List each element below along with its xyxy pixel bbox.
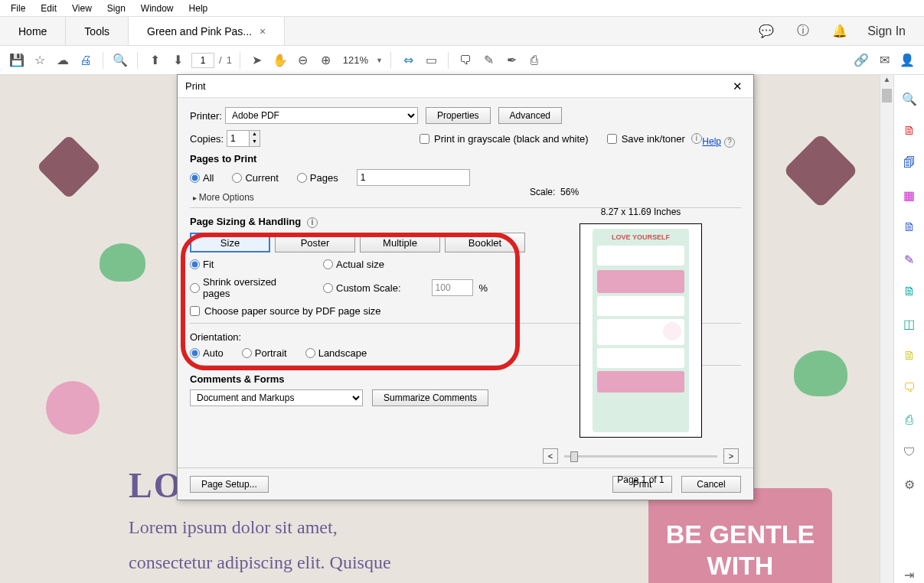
fill-sign-icon[interactable]: ✎ xyxy=(901,251,918,268)
select-icon[interactable]: ➤ xyxy=(248,51,266,70)
pages-range-input[interactable] xyxy=(357,169,470,186)
menu-help[interactable]: Help xyxy=(181,2,216,15)
organize-icon[interactable]: 🗎 xyxy=(901,219,918,236)
tab-document[interactable]: Green and Pink Pas... × xyxy=(129,17,285,45)
scale-value: 56% xyxy=(560,187,579,197)
printer-label: Printer: xyxy=(190,110,222,122)
portrait-radio[interactable] xyxy=(242,348,252,358)
person-icon[interactable]: 👤 xyxy=(898,51,916,70)
comment-tool-icon[interactable]: 🗨 xyxy=(901,379,918,396)
message-icon[interactable]: 💬 xyxy=(757,22,775,41)
help-icon[interactable]: ⓘ xyxy=(794,22,812,41)
link-icon[interactable]: 🔗 xyxy=(852,51,870,70)
page-total-label: 1 xyxy=(227,54,232,66)
page-sep-label: / xyxy=(219,54,222,66)
more-tools-icon[interactable]: ⚙ xyxy=(901,476,918,493)
saveink-checkbox[interactable] xyxy=(607,134,617,144)
document-callout: BE GENTLE WITH xyxy=(648,488,832,583)
menu-bar: File Edit View Sign Window Help xyxy=(0,0,924,17)
zoom-level-label[interactable]: 121% xyxy=(343,54,368,66)
comment-icon[interactable]: 🗨 xyxy=(456,51,475,70)
menu-sign[interactable]: Sign xyxy=(100,2,133,15)
mail-icon[interactable]: ✉ xyxy=(875,51,893,70)
print-preview-pane: Scale: 56% 8.27 x 11.69 Inches LOVE YOUR… xyxy=(530,187,752,425)
cloud-icon[interactable]: ☁ xyxy=(54,51,72,70)
hand-icon[interactable]: ✋ xyxy=(271,51,289,70)
poster-mode-button[interactable]: Poster xyxy=(275,233,355,252)
actual-radio[interactable] xyxy=(323,259,333,269)
comments-forms-select[interactable]: Document and Markups xyxy=(190,389,363,406)
stamp-icon[interactable]: ⎙ xyxy=(525,51,544,70)
redact-icon[interactable]: 🗎 xyxy=(901,347,918,364)
landscape-radio[interactable] xyxy=(305,348,315,358)
preview-slider[interactable] xyxy=(564,455,717,458)
sizing-title: Page Sizing & Handling xyxy=(190,216,301,227)
sizing-info-icon[interactable]: i xyxy=(307,217,318,228)
print-icon[interactable]: 🖨 xyxy=(77,51,95,70)
auto-radio[interactable] xyxy=(190,348,200,358)
choose-paper-checkbox[interactable] xyxy=(190,306,200,316)
tab-home[interactable]: Home xyxy=(0,17,66,45)
custom-radio[interactable] xyxy=(323,283,333,293)
printer-select[interactable]: Adobe PDF xyxy=(225,107,418,124)
collapse-sidebar-icon[interactable]: ⇥ xyxy=(901,566,918,583)
export-pdf-icon[interactable]: ▦ xyxy=(901,187,918,204)
multiple-mode-button[interactable]: Multiple xyxy=(360,233,440,252)
help-link[interactable]: Help? xyxy=(702,136,735,148)
saveink-info-icon[interactable]: i xyxy=(691,133,702,144)
size-mode-button[interactable]: Size xyxy=(190,233,270,252)
page-up-icon[interactable]: ⬆ xyxy=(145,51,164,70)
copies-stepper[interactable]: ▲▼ xyxy=(227,130,260,147)
fit-width-icon[interactable]: ⇔ xyxy=(399,51,417,70)
menu-edit[interactable]: Edit xyxy=(33,2,64,15)
highlight-icon[interactable]: ✎ xyxy=(479,51,498,70)
create-pdf-icon[interactable]: 🗎 xyxy=(901,122,918,139)
menu-file[interactable]: File xyxy=(3,2,33,15)
save-icon[interactable]: 💾 xyxy=(8,51,26,70)
custom-scale-pct: % xyxy=(479,282,488,294)
tab-tools[interactable]: Tools xyxy=(66,17,129,45)
grayscale-checkbox[interactable] xyxy=(420,134,429,144)
booklet-mode-button[interactable]: Booklet xyxy=(445,233,525,252)
current-radio[interactable] xyxy=(232,173,242,183)
scale-label: Scale: xyxy=(530,187,555,197)
advanced-button[interactable]: Advanced xyxy=(498,107,562,124)
paper-size-label: 8.27 x 11.69 Inches xyxy=(530,207,752,217)
print-dialog: Print ✕ Help? Printer: Adobe PDF Propert… xyxy=(177,74,754,500)
zoom-out-icon[interactable]: ⊖ xyxy=(294,51,312,70)
edit-pdf-icon[interactable]: 🗐 xyxy=(901,155,918,171)
page-down-icon[interactable]: ⬇ xyxy=(168,51,187,70)
sign-in-link[interactable]: Sign In xyxy=(867,24,906,38)
menu-view[interactable]: View xyxy=(64,2,100,15)
preview-thumbnail: LOVE YOURSELF xyxy=(580,223,702,438)
tab-close-icon[interactable]: × xyxy=(260,25,266,37)
preview-prev-button[interactable]: < xyxy=(543,448,558,464)
combine-icon[interactable]: 🗎 xyxy=(901,283,918,300)
protect-icon[interactable]: 🛡 xyxy=(901,444,918,461)
fit-radio[interactable] xyxy=(190,259,200,269)
preview-next-button[interactable]: > xyxy=(723,448,739,464)
pages-radio[interactable] xyxy=(297,173,307,183)
copies-input[interactable] xyxy=(227,131,249,146)
search-tool-icon[interactable]: 🔍 xyxy=(901,90,918,107)
sign-icon[interactable]: ✒ xyxy=(502,51,521,70)
star-icon[interactable]: ☆ xyxy=(31,51,49,70)
bell-icon[interactable]: 🔔 xyxy=(831,22,849,41)
dialog-close-icon[interactable]: ✕ xyxy=(730,80,746,93)
vertical-scrollbar[interactable]: ▲ xyxy=(880,75,893,583)
zoom-in-icon[interactable]: ⊕ xyxy=(317,51,335,70)
share-icon[interactable]: ⎙ xyxy=(901,412,918,428)
page-number-input[interactable] xyxy=(191,53,214,68)
page-setup-button[interactable]: Page Setup... xyxy=(190,476,269,493)
all-radio[interactable] xyxy=(190,173,200,183)
shrink-radio[interactable] xyxy=(190,283,200,293)
find-icon[interactable]: 🔍 xyxy=(111,51,129,70)
properties-button[interactable]: Properties xyxy=(426,107,491,124)
dialog-titlebar: Print ✕ xyxy=(178,75,753,98)
fit-page-icon[interactable]: ▭ xyxy=(422,51,440,70)
tools-sidebar: 🔍 🗎 🗐 ▦ 🗎 ✎ 🗎 ◫ 🗎 🗨 ⎙ 🛡 ⚙ ⇥ xyxy=(893,75,924,583)
summarize-comments-button[interactable]: Summarize Comments xyxy=(372,389,488,406)
custom-scale-input[interactable] xyxy=(432,279,473,296)
compress-icon[interactable]: ◫ xyxy=(901,315,918,332)
menu-window[interactable]: Window xyxy=(133,2,181,15)
